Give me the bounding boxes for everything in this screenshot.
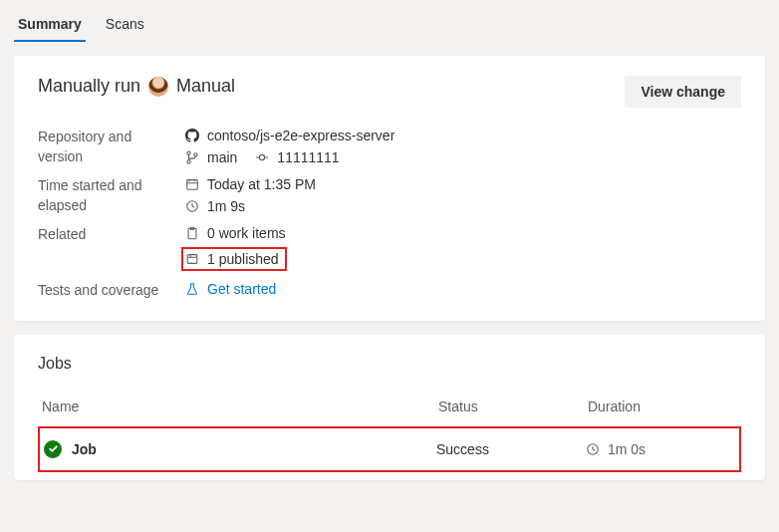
related-label: Related — [38, 225, 177, 271]
svg-point-0 — [187, 151, 190, 154]
elapsed-time: 1m 9s — [207, 198, 245, 214]
jobs-header-row: Name Status Duration — [38, 391, 741, 422]
tab-summary[interactable]: Summary — [14, 8, 86, 42]
col-duration: Duration — [588, 399, 737, 414]
time-started: Today at 1:35 PM — [207, 176, 316, 192]
repo-label: Repository and version — [38, 128, 177, 166]
col-status: Status — [438, 399, 588, 414]
svg-point-3 — [260, 154, 265, 159]
github-icon — [185, 129, 199, 142]
commit-hash: 11111111 — [277, 149, 339, 165]
svg-rect-4 — [187, 180, 198, 190]
clock-icon — [185, 199, 199, 213]
calendar-icon — [185, 177, 199, 191]
branch-icon — [185, 150, 199, 164]
svg-rect-8 — [187, 255, 197, 264]
repo-row[interactable]: contoso/js-e2e-express-server — [185, 128, 741, 143]
success-icon — [44, 440, 62, 458]
published-row[interactable]: 1 published — [185, 251, 279, 267]
job-name-text: Job — [72, 441, 97, 457]
svg-point-2 — [194, 153, 197, 156]
branch-name: main — [207, 149, 237, 165]
job-duration-text: 1m 0s — [608, 441, 646, 457]
run-title: Manually run Manual — [38, 76, 235, 97]
summary-card: Manually run Manual View change Reposito… — [14, 56, 765, 321]
svg-point-1 — [187, 160, 190, 163]
work-items-text: 0 work items — [207, 225, 286, 241]
work-items-row[interactable]: 0 work items — [185, 225, 741, 241]
col-name: Name — [42, 399, 438, 414]
tests-label: Tests and coverage — [38, 281, 177, 301]
job-row[interactable]: Job Success 1m 0s — [38, 426, 741, 472]
jobs-title: Jobs — [38, 355, 741, 373]
get-started-link[interactable]: Get started — [185, 281, 741, 297]
tab-scans[interactable]: Scans — [102, 8, 148, 42]
run-title-prefix: Manually run — [38, 76, 140, 97]
commit-row[interactable]: 11111111 — [255, 149, 339, 165]
tab-bar: Summary Scans — [0, 0, 779, 42]
job-status-text: Success — [436, 441, 586, 457]
get-started-text: Get started — [207, 281, 276, 297]
published-text: 1 published — [207, 251, 279, 267]
clipboard-icon — [185, 226, 199, 240]
artifact-icon — [185, 252, 199, 266]
run-trigger: Manual — [176, 76, 235, 97]
time-label: Time started and elapsed — [38, 176, 177, 215]
flask-icon — [185, 282, 199, 296]
branch-row[interactable]: main — [185, 149, 237, 165]
commit-icon — [255, 150, 269, 164]
jobs-card: Jobs Name Status Duration Job Success 1m… — [14, 335, 765, 480]
published-highlight: 1 published — [181, 247, 287, 271]
avatar — [148, 77, 168, 97]
repo-name: contoso/js-e2e-express-server — [207, 128, 394, 143]
view-change-button[interactable]: View change — [625, 76, 741, 108]
clock-icon — [586, 442, 600, 456]
